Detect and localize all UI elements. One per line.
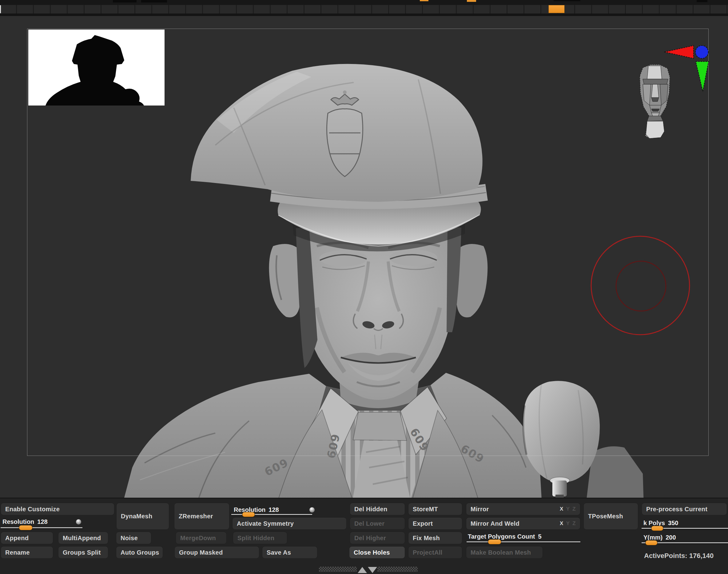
mirror-and-weld-button[interactable]: Mirror And Weld X Y Z <box>466 518 581 530</box>
slider-name: k Polys <box>643 520 665 526</box>
slider-value: 350 <box>668 520 678 526</box>
resolution-slider-track[interactable] <box>1 527 82 528</box>
axis-y-toggle[interactable]: Y <box>566 506 570 512</box>
target-polygons-slider-track[interactable] <box>467 541 581 542</box>
resolution2-slider-label: Resolution128 <box>234 506 279 514</box>
activate-symmetry-button[interactable]: Activate Symmetry <box>232 518 347 530</box>
scroll-down-icon[interactable] <box>368 567 377 573</box>
multi-append-button[interactable]: MultiAppend <box>58 532 108 544</box>
k-polys-slider-handle[interactable] <box>651 526 663 531</box>
alpha-preview <box>28 30 165 106</box>
brush-cursor-icon <box>584 229 698 343</box>
dynamesh-button[interactable]: DynaMesh <box>116 503 169 530</box>
target-polygons-slider-handle[interactable] <box>488 539 501 544</box>
append-button[interactable]: Append <box>1 532 53 544</box>
noise-button[interactable]: Noise <box>116 532 151 544</box>
target-polygons-slider-label: Target Polygons Count5 <box>468 533 542 540</box>
split-hidden-button: Split Hidden <box>233 532 287 544</box>
resolution-radio-icon[interactable] <box>76 519 81 525</box>
del-lower-button: Del Lower <box>350 518 405 530</box>
menu-fragment <box>113 0 136 2</box>
active-points-status: ActivePoints: 176,140 <box>644 552 714 560</box>
axis-z-toggle[interactable]: Z <box>572 506 576 512</box>
active-menu-marker <box>420 0 428 1</box>
y-mm-slider-handle[interactable] <box>645 540 657 545</box>
resolution-slider-label: Resolution128 <box>2 518 48 525</box>
axis-z-toggle[interactable]: Z <box>572 521 576 527</box>
axis-x-toggle[interactable]: X <box>560 521 563 527</box>
x-axis-icon <box>664 45 693 58</box>
scroll-up-icon[interactable] <box>358 567 367 573</box>
preprocess-current-button[interactable]: Pre-process Current <box>642 503 727 515</box>
menu-fragment <box>697 0 708 2</box>
tool-shelf[interactable] <box>0 5 728 16</box>
active-shelf-swatch[interactable] <box>548 5 565 13</box>
shelf-edge <box>0 5 1 13</box>
resolution2-slider-handle[interactable] <box>242 512 255 517</box>
planes-head-preview <box>640 65 670 138</box>
app-window: 609 609 609 609 <box>0 0 728 574</box>
slider-value: 128 <box>37 518 47 525</box>
group-masked-button[interactable]: Group Masked <box>174 546 259 559</box>
make-boolean-mesh-button: Make Boolean Mesh <box>466 546 543 559</box>
resolution2-radio-icon[interactable] <box>309 507 315 512</box>
project-all-button: ProjectAll <box>408 546 462 559</box>
slider-name: Y(mm) <box>643 534 662 541</box>
zremesher-button[interactable]: ZRemesher <box>174 503 229 530</box>
groups-split-button[interactable]: Groups Split <box>58 546 108 559</box>
z-axis-icon <box>695 45 708 58</box>
tpose-mesh-button[interactable]: TPoseMesh <box>584 503 638 530</box>
axis-y-toggle[interactable]: Y <box>566 521 570 527</box>
top-menu-strip <box>0 0 728 5</box>
fix-mesh-button[interactable]: Fix Mesh <box>408 532 462 544</box>
palette-scroll-track-left[interactable] <box>319 567 357 572</box>
enable-customize-button[interactable]: Enable Customize <box>1 503 115 515</box>
mirror-and-weld-label: Mirror And Weld <box>471 520 519 527</box>
export-button[interactable]: Export <box>408 518 462 530</box>
menu-fragment <box>554 0 581 1</box>
slider-name: Target Polygons Count <box>468 533 535 540</box>
silhouette-icon <box>28 30 165 106</box>
y-axis-icon <box>696 62 709 91</box>
mirror-button[interactable]: Mirror X Y Z <box>466 503 581 515</box>
mirror-axis-toggles[interactable]: X Y Z <box>560 506 576 512</box>
active-menu-marker <box>467 0 476 2</box>
mirror-label: Mirror <box>471 506 489 513</box>
resolution-slider-handle[interactable] <box>19 525 33 530</box>
merge-down-button: MergeDown <box>176 532 227 544</box>
save-as-button[interactable]: Save As <box>262 546 317 559</box>
slider-value: 128 <box>268 506 279 513</box>
axis-x-toggle[interactable]: X <box>560 506 563 512</box>
slider-value: 200 <box>666 534 676 541</box>
menu-fragment <box>141 0 167 2</box>
palette-scroll-track-right[interactable] <box>377 567 418 572</box>
close-holes-button[interactable]: Close Holes <box>349 546 405 559</box>
del-hidden-button[interactable]: Del Hidden <box>350 503 405 515</box>
rename-button[interactable]: Rename <box>1 546 53 559</box>
store-mt-button[interactable]: StoreMT <box>408 503 462 515</box>
axis-gizmo[interactable] <box>634 44 714 145</box>
auto-groups-button[interactable]: Auto Groups <box>116 546 163 559</box>
mirror-weld-axis-toggles[interactable]: X Y Z <box>560 521 576 527</box>
slider-value: 5 <box>538 533 542 540</box>
slider-name: Resolution <box>2 518 34 525</box>
del-higher-button: Del Higher <box>350 532 405 544</box>
